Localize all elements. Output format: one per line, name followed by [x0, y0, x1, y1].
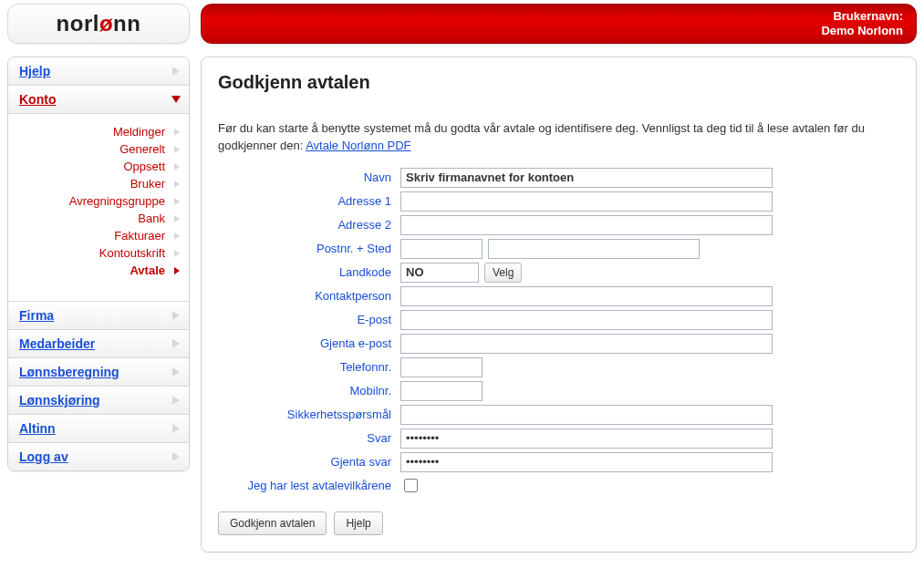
landkode-input[interactable] — [400, 263, 479, 283]
label-svar: Svar — [218, 431, 400, 445]
vilkar-checkbox[interactable] — [404, 479, 418, 492]
menu-konto[interactable]: Konto — [8, 86, 189, 114]
label-vilkar: Jeg har lest avtalevilkårene — [218, 479, 400, 492]
user-label: Brukernavn: — [821, 9, 903, 24]
label-postnr: Postnr. + Sted — [218, 242, 400, 255]
user-name: Demo Norlonn — [821, 24, 903, 38]
navn-input[interactable] — [400, 168, 773, 188]
brand-name: norlønn — [57, 11, 141, 36]
label-telefon: Telefonnr. — [218, 360, 400, 374]
brand-logo[interactable]: norlønn — [7, 4, 190, 44]
card: Godkjenn avtalen Før du kan starte å ben… — [201, 57, 917, 553]
adresse2-input[interactable] — [400, 215, 773, 235]
gjenta-svar-input[interactable] — [400, 452, 773, 472]
app-root: norlønn Brukernavn: Demo Norlonn Hjelp K… — [0, 0, 924, 560]
menu-hjelp[interactable]: Hjelp — [8, 57, 189, 86]
chevron-right-icon — [174, 232, 180, 240]
page-title: Godkjenn avtalen — [218, 72, 899, 93]
body: Hjelp Konto Meldinger Generelt Oppsett B… — [7, 57, 917, 553]
chevron-right-icon — [174, 146, 180, 153]
menu-altinn[interactable]: Altinn — [8, 415, 189, 443]
chevron-right-icon — [172, 424, 180, 433]
form-actions: Godkjenn avtalen Hjelp — [218, 511, 899, 535]
menu-medarbeider[interactable]: Medarbeider — [8, 330, 189, 358]
content: Godkjenn avtalen Før du kan starte å ben… — [201, 57, 917, 553]
menu-lonnskjoring[interactable]: Lønnskjøring — [8, 387, 189, 415]
agreement-pdf-link[interactable]: Avtale Norlønn PDF — [306, 139, 410, 152]
chevron-right-icon — [174, 250, 180, 257]
sub-bruker[interactable]: Bruker — [17, 175, 180, 192]
chevron-right-icon — [172, 367, 180, 377]
menu-loggav[interactable]: Logg av — [8, 443, 189, 470]
svar-input[interactable] — [400, 429, 773, 449]
chevron-right-icon — [172, 396, 180, 405]
chevron-right-icon — [172, 452, 180, 461]
kontaktperson-input[interactable] — [400, 286, 773, 306]
chevron-right-icon — [174, 198, 180, 205]
sted-input[interactable] — [488, 239, 700, 259]
sub-oppsett[interactable]: Oppsett — [17, 158, 180, 175]
intro-text: Før du kan starte å benytte systemet må … — [218, 120, 899, 155]
sikkerhet-input[interactable] — [400, 405, 773, 425]
top-bar: norlønn Brukernavn: Demo Norlonn — [7, 4, 917, 44]
telefon-input[interactable] — [400, 357, 483, 377]
godkjenn-button[interactable]: Godkjenn avtalen — [218, 511, 327, 535]
agreement-form: Navn Adresse 1 Adresse 2 Postnr. + Sted — [218, 168, 899, 495]
mobil-input[interactable] — [400, 381, 483, 401]
menu-lonnsberegning[interactable]: Lønnsberegning — [8, 358, 189, 387]
menu-firma[interactable]: Firma — [8, 302, 189, 330]
sub-bank[interactable]: Bank — [17, 210, 180, 227]
sub-avregningsgruppe[interactable]: Avregningsgruppe — [17, 192, 180, 210]
adresse1-input[interactable] — [400, 191, 773, 212]
sub-avtale[interactable]: Avtale — [17, 262, 180, 279]
label-navn: Navn — [218, 170, 400, 184]
chevron-right-icon — [174, 181, 180, 188]
label-gjenta-epost: Gjenta e-post — [218, 336, 400, 350]
chevron-right-icon — [172, 67, 180, 76]
sidebar: Hjelp Konto Meldinger Generelt Oppsett B… — [7, 57, 190, 553]
chevron-right-icon — [172, 311, 180, 320]
sub-meldinger[interactable]: Meldinger — [17, 123, 180, 140]
gjenta-epost-input[interactable] — [400, 334, 773, 354]
label-gjenta-svar: Gjenta svar — [218, 455, 400, 469]
chevron-right-icon — [174, 163, 180, 170]
chevron-right-icon — [174, 215, 180, 222]
label-adresse2: Adresse 2 — [218, 218, 400, 232]
chevron-right-icon — [174, 129, 180, 136]
chevron-down-icon — [171, 96, 181, 103]
konto-submenu: Meldinger Generelt Oppsett Bruker Avregn… — [8, 114, 189, 302]
chevron-right-icon — [172, 339, 180, 348]
main-menu: Hjelp Konto Meldinger Generelt Oppsett B… — [7, 57, 190, 471]
sub-generelt[interactable]: Generelt — [17, 140, 180, 158]
user-banner: Brukernavn: Demo Norlonn — [201, 4, 917, 44]
label-landkode: Landkode — [218, 265, 400, 279]
label-kontaktperson: Kontaktperson — [218, 289, 400, 303]
epost-input[interactable] — [400, 310, 773, 330]
label-mobil: Mobilnr. — [218, 384, 400, 398]
chevron-right-icon — [174, 267, 180, 274]
postnr-input[interactable] — [400, 239, 483, 259]
label-epost: E-post — [218, 313, 400, 326]
label-adresse1: Adresse 1 — [218, 194, 400, 208]
sub-kontoutskrift[interactable]: Kontoutskrift — [17, 244, 180, 262]
velg-landkode-button[interactable]: Velg — [484, 263, 522, 283]
sub-fakturaer[interactable]: Fakturaer — [17, 227, 180, 244]
label-sikkerhet: Sikkerhetsspørsmål — [218, 408, 400, 421]
hjelp-button[interactable]: Hjelp — [334, 511, 382, 535]
